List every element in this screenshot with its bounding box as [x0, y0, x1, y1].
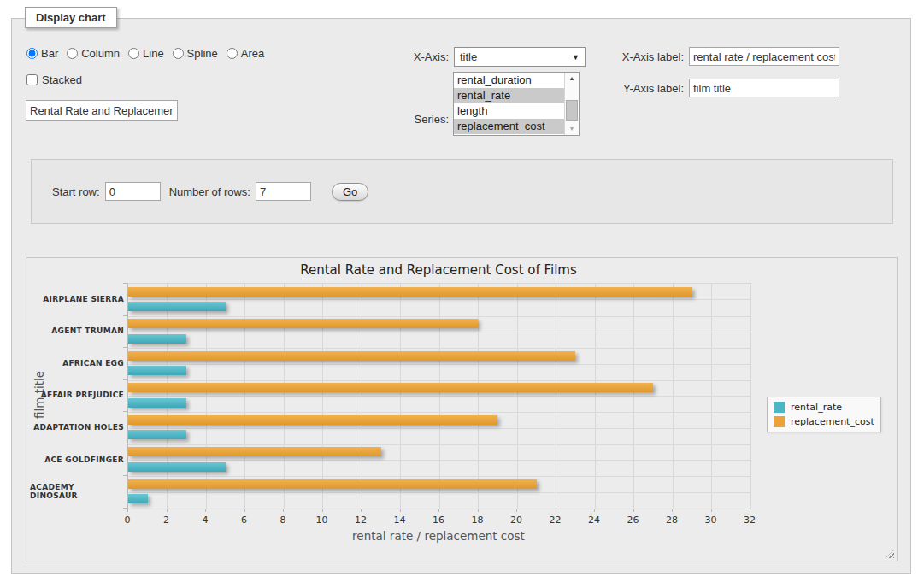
bar-replacement-cost — [128, 319, 478, 328]
category-label: AIRPLANE SIERRA — [30, 283, 124, 315]
bar-rental-rate — [128, 398, 186, 408]
x-axis-tick — [205, 509, 206, 512]
x-axis-tick — [594, 509, 595, 512]
chart-type-option-column: Column — [67, 47, 120, 60]
x-axis-tick — [127, 509, 128, 512]
stacked-checkbox[interactable] — [26, 74, 38, 85]
chart-type-radio-column[interactable] — [67, 48, 78, 59]
resize-handle-icon[interactable] — [886, 550, 894, 558]
gridline-horizontal — [128, 348, 750, 349]
plot-area — [127, 283, 751, 509]
x-tick-label: 16 — [426, 514, 451, 526]
bar-replacement-cost — [128, 415, 497, 425]
fieldset-title: Display chart — [25, 7, 117, 28]
x-axis-tick — [167, 509, 168, 512]
x-tick-label: 12 — [348, 514, 374, 526]
chart-type-option-line: Line — [128, 47, 164, 60]
chart-type-radio-area[interactable] — [227, 48, 238, 59]
gridline-horizontal — [128, 492, 750, 493]
gridline-horizontal — [128, 380, 750, 381]
x-axis-tick — [478, 509, 479, 512]
stacked-option: Stacked — [26, 73, 82, 86]
x-tick-label: 26 — [621, 514, 646, 526]
x-axis-tick — [556, 509, 556, 512]
category-label: ACE GOLDFINGER — [30, 444, 124, 476]
x-axis-tick — [438, 509, 439, 512]
start-row-label: Start row: — [52, 185, 100, 198]
x-axis-label-label: X-Axis label: — [609, 50, 684, 63]
chart-type-label: Line — [143, 47, 164, 60]
series-option-rental_rate[interactable]: rental_rate — [454, 88, 564, 103]
category-label: AFRICAN EGG — [30, 347, 124, 379]
gridline-horizontal — [128, 364, 750, 365]
x-axis-title: rental rate / replacement cost — [127, 529, 750, 543]
x-tick-label: 0 — [115, 514, 140, 526]
legend-swatch-replacement_cost — [774, 416, 785, 427]
stacked-label: Stacked — [42, 73, 82, 86]
chart-type-radio-spline[interactable] — [173, 48, 184, 59]
chart-type-option-spline: Spline — [173, 47, 218, 60]
gridline-horizontal — [128, 428, 750, 429]
series-option-replacement_cost[interactable]: replacement_cost — [454, 119, 564, 134]
x-axis-selected-value: title — [460, 50, 477, 63]
y-axis-label-label: Y-Axis label: — [609, 82, 684, 95]
chart-legend: rental_ratereplacement_cost — [767, 397, 881, 432]
chart-title-input[interactable] — [26, 100, 178, 121]
scroll-down-icon[interactable]: ▼ — [565, 123, 579, 135]
y-axis-tick — [123, 411, 127, 412]
listbox-scrollbar[interactable]: ▲ ▼ — [564, 73, 579, 135]
gridline-horizontal — [128, 332, 750, 332]
y-axis-tick — [123, 475, 127, 476]
start-row-input[interactable] — [105, 182, 161, 201]
legend-item-replacement_cost[interactable]: replacement_cost — [774, 416, 874, 427]
category-label: AGENT TRUMAN — [30, 315, 124, 348]
y-axis-tick — [123, 379, 127, 380]
x-tick-label: 30 — [698, 514, 724, 526]
gridline-horizontal — [128, 396, 750, 397]
gridline-horizontal — [128, 476, 750, 477]
scrollbar-thumb[interactable] — [566, 100, 578, 121]
category-label: ADAPTATION HOLES — [30, 411, 124, 444]
category-label: ACADEMY DINOSAUR — [30, 475, 124, 508]
bar-rental-rate — [128, 302, 226, 311]
chart-title: Rental Rate and Replacement Cost of Film… — [127, 262, 750, 278]
x-axis-tick — [750, 509, 750, 512]
x-tick-label: 18 — [465, 514, 491, 526]
x-axis-tick — [244, 509, 245, 512]
chart-type-label: Area — [241, 47, 264, 60]
bar-replacement-cost — [128, 383, 653, 392]
chart-type-radio-bar[interactable] — [26, 48, 38, 59]
legend-swatch-rental_rate — [774, 402, 785, 413]
chart-type-radio-line[interactable] — [128, 48, 139, 59]
x-axis-tick — [400, 509, 401, 512]
x-tick-label: 28 — [659, 514, 685, 526]
bar-replacement-cost — [128, 447, 381, 456]
y-axis-tick — [123, 508, 127, 509]
chart-panel: Rental Rate and Replacement Cost of Film… — [26, 257, 898, 561]
y-axis-tick — [123, 315, 127, 316]
legend-item-rental_rate[interactable]: rental_rate — [774, 402, 874, 413]
x-axis-label-input[interactable] — [689, 47, 839, 66]
x-tick-label: 8 — [270, 514, 296, 526]
y-axis-label-input[interactable] — [689, 79, 839, 97]
scroll-up-icon[interactable]: ▲ — [565, 73, 579, 85]
category-label: AFFAIR PREJUDICE — [30, 379, 124, 412]
chart-type-label: Column — [81, 47, 120, 60]
x-tick-label: 2 — [154, 514, 180, 526]
num-rows-label: Number of rows: — [169, 185, 250, 198]
chart-type-option-area: Area — [227, 47, 264, 60]
go-button[interactable]: Go — [332, 183, 368, 201]
bar-rental-rate — [128, 462, 226, 472]
legend-label: replacement_cost — [791, 416, 874, 427]
x-axis-tick — [711, 509, 712, 512]
series-listbox[interactable]: rental_durationrental_ratelengthreplacem… — [453, 72, 580, 136]
x-axis-tick — [283, 509, 284, 512]
series-option-rental_duration[interactable]: rental_duration — [454, 73, 564, 88]
series-option-length[interactable]: length — [454, 103, 564, 119]
x-axis-select[interactable]: title ▼ — [454, 47, 586, 67]
scrollbar-track[interactable] — [565, 85, 579, 123]
x-axis-tick — [516, 509, 517, 512]
bar-rental-rate — [128, 494, 148, 503]
num-rows-input[interactable] — [256, 182, 311, 201]
x-tick-label: 4 — [192, 514, 218, 526]
